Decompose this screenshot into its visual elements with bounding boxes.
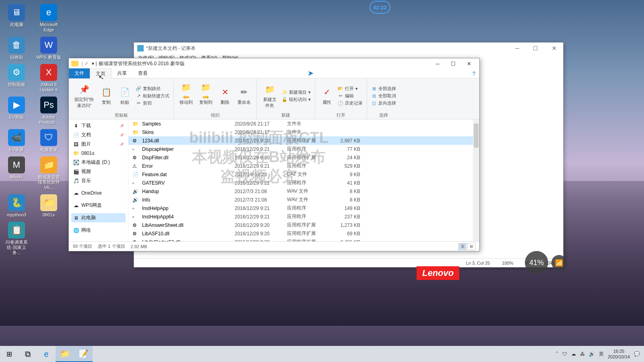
tray-network-icon[interactable]: 🖧 bbox=[580, 351, 585, 357]
nav-item[interactable]: 💽本地磁盘 (D:) bbox=[71, 158, 126, 167]
desktop-icon[interactable]: ▶EV剪辑 bbox=[4, 97, 29, 125]
history-button[interactable]: 🕐历史记录 bbox=[338, 100, 363, 106]
tray-shield-icon[interactable]: 🛡 bbox=[562, 351, 567, 357]
paste-button[interactable]: 📄粘贴 bbox=[117, 85, 132, 106]
new-item-button[interactable]: ✨新建项目 ▾ bbox=[282, 89, 311, 95]
maximize-button[interactable]: ☐ bbox=[530, 44, 541, 52]
cut-button[interactable]: ✂剪切 bbox=[136, 100, 169, 106]
file-row[interactable]: ▫GATESRV2016/12/29 9:21应用程序41 KB bbox=[128, 179, 479, 187]
taskbar-explorer[interactable]: 📁 bbox=[56, 346, 74, 362]
nav-item[interactable]: 🖼图片 bbox=[71, 140, 126, 149]
nav-item[interactable]: 🖥此电脑 bbox=[71, 213, 126, 222]
rename-button[interactable]: ✏重命名 bbox=[236, 85, 252, 106]
easy-access-button[interactable]: 🔓轻松访问 ▾ bbox=[282, 97, 311, 103]
file-row[interactable]: ⚙1234.dll2016/12/29 9:20应用程序扩展2,997 KB bbox=[128, 136, 479, 145]
open-button[interactable]: 📂打开 ▾ bbox=[338, 86, 363, 92]
file-row[interactable]: 📁Skins2020/9/26 21:17文件夹 bbox=[128, 128, 479, 136]
taskbar-clock[interactable]: 16:25 2020/10/14 bbox=[608, 348, 630, 360]
nav-item[interactable]: ☁OneDrive bbox=[71, 189, 126, 197]
copy-button[interactable]: 📋复制 bbox=[99, 85, 114, 106]
file-row[interactable]: ⚙LibAnswerSheet.dll2016/12/29 9:20应用程序扩展… bbox=[128, 221, 479, 229]
tray-ime[interactable]: 英 bbox=[599, 351, 604, 358]
desktop-icon[interactable]: XXMind 8 Update 9 bbox=[36, 64, 61, 93]
taskbar-notepad[interactable]: 📝 bbox=[74, 346, 93, 362]
tray-volume-icon[interactable]: 🔊 bbox=[589, 351, 595, 357]
minimize-button[interactable]: ─ bbox=[512, 44, 522, 52]
close-button[interactable]: ✕ bbox=[549, 44, 560, 52]
tab-share[interactable]: 共享 bbox=[111, 68, 132, 78]
taskbar-edge[interactable]: e bbox=[37, 346, 56, 362]
app-icon: W bbox=[40, 37, 57, 53]
desktop-icon[interactable]: PsAdobe Photosh... bbox=[36, 97, 61, 125]
tab-view[interactable]: 查看 bbox=[132, 68, 153, 78]
desktop-icon[interactable]: 📁极域课堂管理系统软件V6... bbox=[36, 156, 61, 190]
invert-selection-button[interactable]: ◫反向选择 bbox=[371, 100, 396, 106]
desktop-icon[interactable]: 📋问卷调查系统-国家义务... bbox=[4, 222, 29, 255]
explorer-titlebar[interactable]: | ✓ ▾ | 极域课堂管理系统软件V6.0 2016 豪华版 ─ ☐ ✕ bbox=[69, 58, 479, 69]
tray-onedrive-icon[interactable]: ☁ bbox=[571, 351, 576, 357]
copy-to-button[interactable]: 📁➡复制到 bbox=[198, 85, 214, 106]
notification-button[interactable]: 💬 bbox=[634, 351, 640, 357]
desktop-icon[interactable]: WWPS 教育版 bbox=[36, 37, 61, 60]
file-row[interactable]: 🔊Handup2012/7/3 21:08WAV 文件8 KB bbox=[128, 187, 479, 195]
desktop-icon[interactable]: eMicrosoft Edge bbox=[36, 4, 61, 33]
tab-file[interactable]: 文件 bbox=[69, 68, 90, 78]
nav-item[interactable]: ☁WPS网盘 bbox=[71, 201, 126, 210]
icon-label: EV剪辑 bbox=[9, 115, 24, 120]
file-row[interactable]: 🔊Info2012/7/3 21:08WAV 文件8 KB bbox=[128, 195, 479, 204]
scrollbar[interactable] bbox=[473, 119, 479, 241]
notepad-titlebar[interactable]: *新建文本文档 - 记事本 ─ ☐ ✕ bbox=[134, 43, 563, 54]
paste-shortcut-button[interactable]: ↗粘贴快捷方式 bbox=[136, 93, 169, 99]
scrollbar-thumb[interactable] bbox=[474, 123, 479, 148]
select-all-button[interactable]: ⊞全部选择 bbox=[371, 86, 396, 92]
file-row[interactable]: ⚠Error2016/12/29 9:21应用程序529 KB bbox=[128, 162, 479, 170]
nav-item[interactable]: 🎵音乐 bbox=[71, 176, 126, 185]
maximize-button[interactable]: ☐ bbox=[445, 59, 461, 68]
close-button[interactable]: ✕ bbox=[461, 59, 477, 68]
view-details-button[interactable]: ☰ bbox=[458, 243, 466, 250]
nav-icon: ☁ bbox=[73, 202, 79, 209]
copy-path-button[interactable]: 🔗复制路径 bbox=[136, 86, 169, 92]
desktop-icon[interactable]: 🛡电脑管家 bbox=[36, 129, 61, 152]
file-icon: ⚙ bbox=[132, 154, 140, 161]
desktop-icon[interactable]: MMind+ bbox=[4, 156, 29, 190]
file-row[interactable]: ▫InstHelpApp642016/12/29 9:21应用程序237 KB bbox=[128, 212, 479, 221]
nav-item[interactable]: 📄文档 bbox=[71, 130, 126, 140]
minimize-button[interactable]: ─ bbox=[430, 59, 445, 68]
desktop-icon[interactable]: 🐍mpython3 bbox=[4, 194, 29, 218]
desktop-icon[interactable]: 📹EV录屏 bbox=[4, 129, 29, 152]
start-button[interactable]: ⊞ bbox=[0, 346, 19, 362]
nav-item[interactable]: ⬇下载 bbox=[71, 121, 126, 130]
select-none-icon: ⊟ bbox=[371, 93, 377, 99]
task-view-button[interactable]: ⧉ bbox=[19, 346, 37, 362]
help-icon[interactable]: ? bbox=[472, 70, 479, 77]
properties-icon: ✓ bbox=[321, 86, 333, 98]
file-row[interactable]: ⚙LibASF10.dll2016/12/29 9:20应用程序扩展69 KB bbox=[128, 229, 479, 238]
nav-icon: ⬇ bbox=[73, 123, 79, 129]
new-folder-button[interactable]: 📁新建文件夹 bbox=[261, 82, 279, 109]
desktop-icon[interactable]: 📁0801s bbox=[36, 194, 61, 218]
file-row[interactable]: ⚙DispFilter.dll2016/12/29 9:20应用程序扩展24 K… bbox=[128, 153, 479, 162]
nav-item[interactable]: 🎬视频 bbox=[71, 167, 126, 176]
nav-item[interactable]: 📁0801s bbox=[71, 149, 126, 158]
move-button[interactable]: 📁⬅移动到 bbox=[178, 85, 194, 106]
tab-home[interactable]: 主页 bbox=[90, 68, 111, 79]
file-row[interactable]: 📄Feature.dat2017/1/6 10:23DAT 文件9 KB bbox=[128, 170, 479, 179]
pin-button[interactable]: 📌固定到"快速访问" bbox=[73, 82, 95, 109]
delete-button[interactable]: ✕删除 bbox=[217, 85, 233, 106]
edit-button[interactable]: ✏编辑 bbox=[338, 93, 363, 99]
view-icons-button[interactable]: ⊞ bbox=[467, 243, 475, 250]
nav-item[interactable]: 🌐网络 bbox=[71, 226, 126, 235]
desktop-icon[interactable]: 🗑回收站 bbox=[4, 37, 29, 60]
file-row[interactable]: ⚙LibAVCodec52.dll2016/12/29 9:20应用程序扩展2,… bbox=[128, 238, 479, 241]
desktop-icon[interactable]: 🖥此电脑 bbox=[4, 4, 29, 33]
ribbon-collapse-icon[interactable]: ⮞ bbox=[308, 70, 318, 77]
file-row[interactable]: ▫DispcapHelper2016/12/29 9:21应用程序77 KB bbox=[128, 145, 479, 153]
properties-button[interactable]: ✓属性 bbox=[319, 85, 334, 106]
desktop-icon[interactable]: ⚙控制面板 bbox=[4, 64, 29, 93]
dropdown-icon[interactable]: ▾ | bbox=[92, 61, 97, 66]
file-row[interactable]: ▫InstHelpApp2016/12/29 9:21应用程序149 KB bbox=[128, 204, 479, 212]
select-none-button[interactable]: ⊟全部取消 bbox=[371, 93, 396, 99]
file-row[interactable]: 📁Samples2020/9/26 21:17文件夹 bbox=[128, 119, 479, 128]
tray-chevron-icon[interactable]: ˄ bbox=[556, 351, 558, 357]
